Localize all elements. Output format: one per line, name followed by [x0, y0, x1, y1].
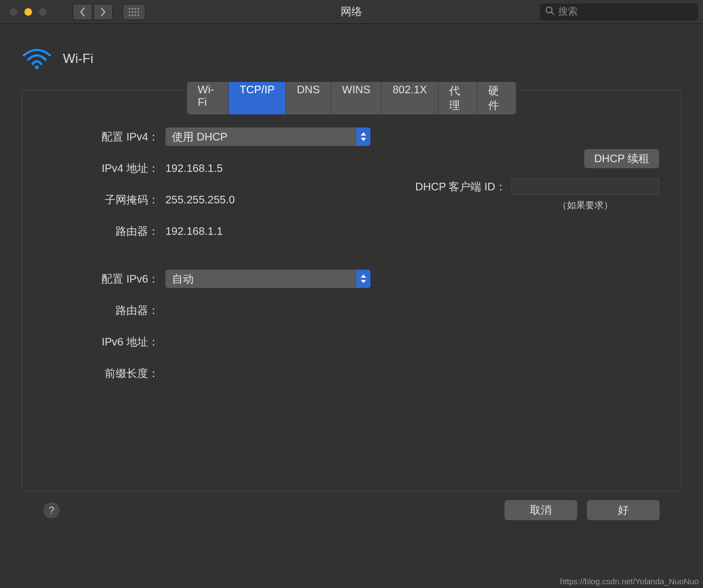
- svg-point-3: [137, 8, 139, 9]
- wifi-icon: [22, 46, 52, 72]
- settings-panel: Wi-Fi TCP/IP DNS WINS 802.1X 代理 硬件 配置 IP…: [22, 90, 681, 491]
- value-ipv4-router: 192.168.1.1: [165, 225, 223, 238]
- row-ipv6-address: IPv6 地址：: [44, 333, 659, 351]
- footer: ? 取消 好: [22, 500, 681, 520]
- select-ipv6-config-value: 自动: [172, 272, 194, 286]
- titlebar: 网络: [0, 0, 703, 24]
- help-button[interactable]: ?: [43, 502, 60, 519]
- label-ipv6-router: 路由器：: [44, 303, 165, 318]
- row-ipv4-address: IPv4 地址： 192.168.1.5: [44, 159, 659, 177]
- search-icon: [545, 6, 555, 18]
- svg-point-5: [132, 11, 133, 12]
- tabs: Wi-Fi TCP/IP DNS WINS 802.1X 代理 硬件: [187, 82, 516, 114]
- label-ipv4-config: 配置 IPv4：: [44, 130, 165, 144]
- label-dhcp-client-id: DHCP 客户端 ID：: [416, 180, 506, 194]
- tab-wifi[interactable]: Wi-Fi: [187, 82, 229, 114]
- tab-proxy[interactable]: 代理: [438, 82, 477, 114]
- label-ipv6-config: 配置 IPv6：: [44, 272, 165, 286]
- svg-point-14: [35, 66, 39, 69]
- dhcp-renew-area: DHCP 续租: [584, 149, 659, 168]
- input-dhcp-client-id[interactable]: [512, 178, 659, 195]
- label-subnet: 子网掩码：: [44, 193, 165, 207]
- watermark: https://blog.csdn.net/Yolanda_NuoNuo: [560, 577, 699, 586]
- tab-dns[interactable]: DNS: [286, 82, 331, 114]
- select-arrows-icon: [356, 270, 370, 288]
- svg-point-4: [129, 11, 130, 12]
- tab-hardware[interactable]: 硬件: [477, 82, 516, 114]
- svg-point-12: [546, 7, 552, 12]
- row-ipv4-config: 配置 IPv4： 使用 DHCP: [44, 127, 659, 146]
- window-title: 网络: [341, 4, 362, 19]
- dhcp-renew-button[interactable]: DHCP 续租: [584, 149, 659, 168]
- label-prefix-length: 前缀长度：: [44, 366, 165, 381]
- label-ipv4-router: 路由器：: [44, 224, 165, 239]
- tab-wins[interactable]: WINS: [331, 82, 382, 114]
- ok-button[interactable]: 好: [587, 500, 660, 520]
- maximize-window-button[interactable]: [39, 8, 47, 16]
- row-ipv6-router: 路由器：: [44, 301, 659, 319]
- row-ipv4-router: 路由器： 192.168.1.1: [44, 222, 659, 240]
- tab-8021x[interactable]: 802.1X: [382, 82, 438, 114]
- svg-point-9: [132, 14, 133, 16]
- help-icon: ?: [49, 504, 55, 516]
- page-header: Wi-Fi: [22, 46, 681, 72]
- svg-point-2: [135, 8, 136, 9]
- svg-point-11: [137, 14, 139, 16]
- value-subnet: 255.255.255.0: [165, 194, 235, 206]
- label-ipv6-address: IPv6 地址：: [44, 335, 165, 349]
- search-box[interactable]: [540, 4, 698, 20]
- svg-point-7: [137, 11, 139, 12]
- dhcp-client-row: DHCP 客户端 ID：: [416, 178, 659, 195]
- nav-buttons: [73, 4, 113, 20]
- select-ipv4-config[interactable]: 使用 DHCP: [165, 127, 370, 146]
- search-input[interactable]: [558, 6, 693, 17]
- svg-point-1: [132, 8, 133, 9]
- traffic-lights: [10, 8, 47, 16]
- close-window-button[interactable]: [10, 8, 17, 16]
- value-ipv4-address: 192.168.1.5: [165, 162, 223, 175]
- svg-point-6: [135, 11, 136, 12]
- select-ipv4-config-value: 使用 DHCP: [172, 130, 227, 144]
- svg-point-8: [129, 14, 130, 16]
- svg-line-13: [552, 12, 554, 15]
- svg-point-10: [135, 14, 136, 16]
- forward-button[interactable]: [93, 4, 113, 20]
- cancel-button[interactable]: 取消: [504, 500, 577, 520]
- tab-tcpip[interactable]: TCP/IP: [229, 82, 286, 114]
- select-arrows-icon: [356, 127, 370, 146]
- show-all-button[interactable]: [123, 4, 145, 20]
- select-ipv6-config[interactable]: 自动: [165, 270, 370, 288]
- svg-point-0: [129, 8, 130, 9]
- minimize-window-button[interactable]: [24, 8, 32, 16]
- content-area: Wi-Fi Wi-Fi TCP/IP DNS WINS 802.1X 代理 硬件…: [0, 24, 703, 520]
- row-ipv6-config: 配置 IPv6： 自动: [44, 270, 659, 288]
- form-area: 配置 IPv4： 使用 DHCP IPv4 地址： 192.168.1.5 子网…: [22, 91, 681, 382]
- row-prefix-length: 前缀长度：: [44, 364, 659, 382]
- back-button[interactable]: [73, 4, 92, 20]
- dhcp-client-hint: （如果要求）: [512, 199, 659, 212]
- label-ipv4-address: IPv4 地址：: [44, 161, 165, 176]
- page-title: Wi-Fi: [63, 51, 93, 66]
